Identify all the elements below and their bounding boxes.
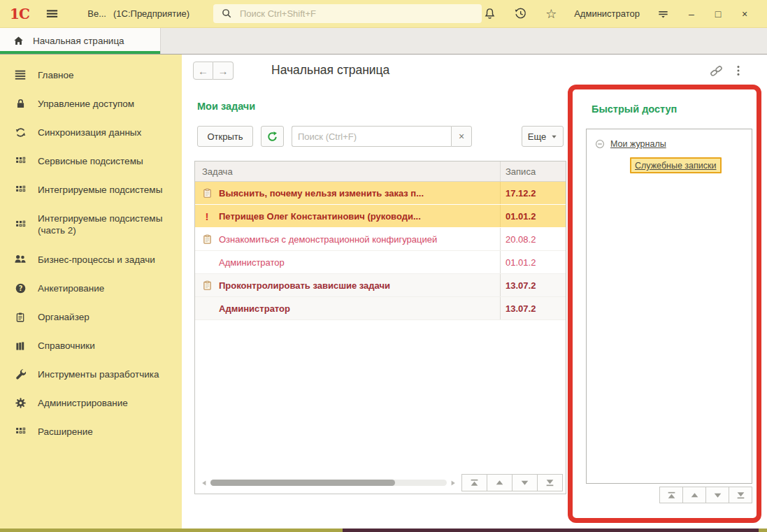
back-arrow-icon: ← (198, 66, 208, 76)
sidebar-item-label: Администрирование (38, 397, 128, 409)
tasks-table: Задача Записа Выяснить, почему нельзя из… (194, 161, 566, 494)
forward-button[interactable]: → (213, 62, 234, 80)
titlebar-right-group: ☆ Администратор – □ × (482, 6, 767, 22)
tasks-table-header: Задача Записа (195, 161, 566, 182)
document-title: Ве... (87, 8, 106, 19)
task-rows: Выяснить, почему нельзя изменить заказ п… (195, 182, 566, 320)
forward-arrow-icon: → (218, 66, 229, 76)
task-row[interactable]: Администратор13.07.2 (195, 297, 566, 320)
history-nav: ← → (193, 62, 234, 80)
tab-home-page[interactable]: Начальная страница (0, 28, 161, 54)
gear-icon (13, 397, 27, 409)
quick-go-next-button[interactable] (705, 487, 729, 503)
open-button[interactable]: Открыть (197, 126, 253, 147)
svg-text:?: ? (18, 285, 22, 292)
task-text: Проконтролировать зависшие задачи (219, 280, 390, 291)
sidebar-item-main[interactable]: Главное (0, 60, 182, 89)
sidebar-item-access-management[interactable]: Управление доступом (0, 89, 182, 118)
sidebar-item-administration[interactable]: Администрирование (0, 389, 182, 417)
back-button[interactable]: ← (193, 62, 213, 80)
refresh-button[interactable] (261, 126, 284, 147)
get-link-icon[interactable] (708, 63, 724, 78)
sidebar-item-surveys[interactable]: ?Анкетирование (0, 274, 182, 303)
task-date: 01.01.2 (500, 205, 566, 227)
sidebar-item-service-subsystems[interactable]: Сервисные подсистемы (0, 147, 182, 175)
close-button[interactable]: × (739, 9, 750, 19)
active-tab-indicator (0, 51, 160, 54)
home-icon (10, 34, 26, 49)
quick-go-last-button[interactable] (729, 487, 752, 503)
exclamation-icon: ! (201, 211, 213, 222)
service-menu-icon[interactable] (655, 6, 671, 22)
go-last-button[interactable] (537, 474, 563, 491)
sidebar-item-label: Интегрируемые подсистемы (часть 2) (38, 213, 167, 236)
scroll-right-icon[interactable] (448, 480, 458, 487)
wrench-icon (13, 368, 27, 380)
sidebar-item-integrated-subsystems[interactable]: Интегрируемые подсистемы (0, 175, 182, 204)
sidebar: ГлавноеУправление доступомСинхронизация … (0, 55, 182, 529)
task-row[interactable]: !Петрищев Олег Константинович (руководи.… (195, 205, 566, 228)
quick-go-prev-button[interactable] (682, 487, 706, 503)
task-date: 01.01.2 (500, 251, 566, 273)
scrollbar-thumb[interactable] (210, 480, 395, 486)
sidebar-item-label: Синхронизация данных (38, 127, 141, 138)
refresh-icon (266, 131, 278, 143)
question-icon: ? (13, 282, 27, 294)
more-button[interactable]: Еще (522, 126, 564, 147)
global-search-input[interactable] (238, 8, 482, 20)
sidebar-item-integrated-subsystems-2[interactable]: Интегрируемые подсистемы (часть 2) (0, 204, 182, 245)
dots-grid-icon (13, 219, 27, 231)
task-row[interactable]: Ознакомиться с демонстрационной конфигур… (195, 228, 566, 251)
quick-access-heading: Быстрый доступ (592, 103, 757, 115)
global-search[interactable] (213, 4, 482, 23)
tab-bar: Начальная страница (0, 28, 767, 55)
favorites-icon[interactable]: ☆ (543, 6, 559, 22)
column-header-task[interactable]: Задача (195, 161, 500, 181)
column-header-recorded[interactable]: Записа (500, 161, 566, 181)
tab-label: Начальная страница (33, 36, 124, 46)
main-menu-icon[interactable] (45, 6, 59, 22)
sidebar-item-label: Управление доступом (38, 98, 134, 110)
clipboard-icon (13, 312, 27, 323)
task-row[interactable]: Выяснить, почему нельзя изменить заказ п… (195, 182, 566, 205)
scroll-left-icon[interactable] (199, 480, 209, 487)
sync-icon (13, 127, 27, 138)
sidebar-item-data-sync[interactable]: Синхронизация данных (0, 118, 182, 147)
task-date: 13.07.2 (500, 297, 566, 319)
sidebar-item-organizer[interactable]: Органайзер (0, 303, 182, 331)
people-icon (13, 253, 27, 266)
horizontal-scrollbar[interactable] (210, 480, 447, 486)
sidebar-item-label: Сервисные подсистемы (38, 155, 143, 167)
app-window: 1С Ве... (1С:Предприятие) ☆ Администрато… (0, 0, 767, 532)
my-tasks-heading: Мои задачи (197, 101, 566, 112)
go-prev-button[interactable] (487, 474, 512, 491)
sidebar-item-label: Справочники (38, 340, 95, 352)
tree-node-memos: Служебные записки (630, 157, 722, 173)
memos-link[interactable]: Служебные записки (635, 161, 717, 171)
collapse-icon[interactable] (595, 139, 605, 149)
task-row[interactable]: Администратор01.01.2 (195, 251, 566, 274)
tasks-toolbar: Открыть × Еще (194, 126, 566, 147)
my-journals-link[interactable]: Мои журналы (610, 139, 666, 149)
current-user[interactable]: Администратор (574, 8, 640, 19)
tasks-search-input[interactable] (292, 126, 451, 147)
quick-go-first-button[interactable] (659, 487, 683, 503)
menu-lines-icon (13, 69, 27, 81)
main-content: ← → Начальная страница Мои задачи Открыт… (182, 55, 767, 529)
maximize-button[interactable]: □ (712, 9, 724, 19)
sidebar-item-extension[interactable]: Расширение (0, 417, 182, 446)
task-row[interactable]: Проконтролировать зависшие задачи13.07.2 (195, 274, 566, 297)
1c-logo: 1С (10, 6, 29, 22)
clear-search-button[interactable]: × (451, 126, 472, 147)
sidebar-item-catalogs[interactable]: Справочники (0, 331, 182, 360)
app-name: (1С:Предприятие) (113, 8, 189, 19)
minimize-button[interactable]: – (686, 9, 697, 19)
go-first-button[interactable] (461, 474, 487, 491)
sidebar-item-business-processes[interactable]: Бизнес-процессы и задачи (0, 245, 182, 274)
notifications-icon[interactable] (482, 6, 497, 22)
go-next-button[interactable] (512, 474, 538, 491)
sidebar-item-developer-tools[interactable]: Инструменты разработчика (0, 360, 182, 389)
more-menu-icon[interactable] (731, 63, 746, 78)
history-icon[interactable] (512, 6, 528, 22)
task-text: Петрищев Олег Константинович (руководи..… (219, 211, 421, 222)
